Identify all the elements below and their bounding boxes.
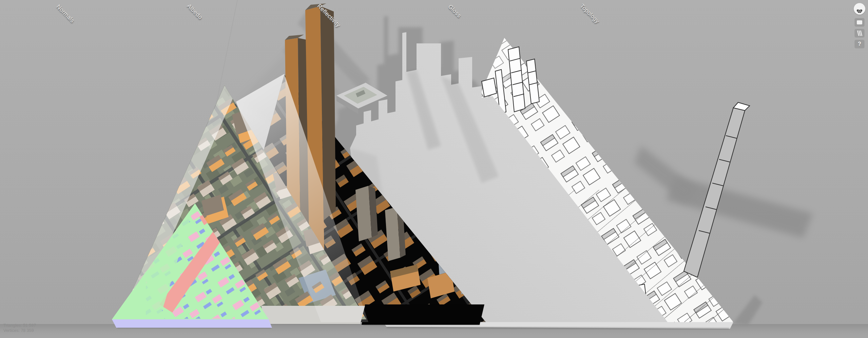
marmoset-logo[interactable] (854, 3, 865, 15)
render-layers-button[interactable] (854, 29, 865, 38)
help-button[interactable]: ? (854, 40, 865, 48)
fullscreen-icon (856, 20, 863, 25)
marmoset-logo-icon (854, 3, 865, 15)
viewer-stage[interactable]: Normals Albedo Reflectivity Gloss Topolo… (0, 0, 868, 338)
viewer-toolbar: ? (853, 3, 866, 48)
fullscreen-button[interactable] (854, 18, 865, 27)
render-stripes-icon (856, 31, 863, 36)
help-label: ? (858, 41, 861, 47)
scene-3d (0, 0, 868, 338)
